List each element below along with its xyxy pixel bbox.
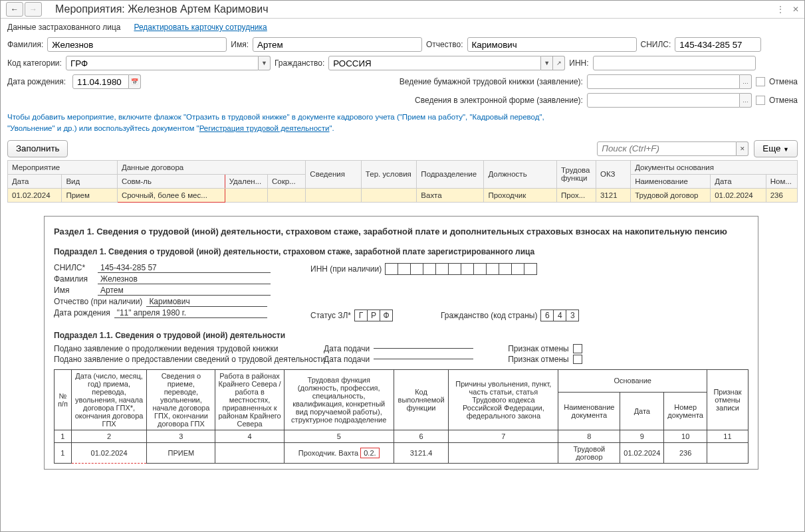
pfh-c11: Признак отмены записи [707, 369, 748, 430]
forward-button[interactable]: → [25, 2, 42, 17]
open-icon[interactable]: ↗ [553, 56, 565, 70]
col-okz: ОКЗ [596, 160, 630, 188]
patronymic-label: Отчество: [426, 40, 463, 49]
col-info: Сведения [306, 160, 362, 188]
pfr-func: Проходчик. Вахта 0.2. [284, 442, 394, 463]
pf-dob-label: Дата рождения [54, 308, 110, 317]
pf-paper-stmt: Подано заявление о продолжении ведения т… [54, 344, 320, 353]
pf-snils-value: 145-434-285 57 [98, 263, 271, 273]
pf-cancel2-label: Признак отмены [508, 355, 568, 364]
pf-dob-value: "11" апреля 1980 г. [114, 308, 267, 318]
back-button[interactable]: ← [6, 2, 23, 17]
pf-cancel1-box [573, 344, 582, 353]
ellipsis-icon[interactable]: … [740, 93, 752, 108]
pf-sub1: Подраздел 1. Сведения о трудовой (иной) … [54, 247, 748, 256]
col-short: Сокр... [267, 174, 305, 188]
col-docname: Наименование [631, 174, 711, 188]
category-label: Код категории: [7, 58, 62, 68]
col-docdate: Дата [711, 174, 766, 188]
cell-docname[interactable]: Трудовой договор [631, 188, 711, 202]
inn-input[interactable] [593, 56, 756, 70]
cell-combine[interactable]: Срочный, более 6 мес... [117, 188, 225, 202]
cell-info[interactable] [306, 188, 362, 202]
pfr-reason [449, 442, 558, 463]
lastname-label: Фамилия: [7, 40, 43, 49]
lastname-input[interactable] [47, 37, 227, 52]
paper-input[interactable] [587, 74, 740, 89]
pf-elec-stmt: Подано заявление о предоставлении сведен… [54, 355, 320, 364]
inn-label: ИНН: [569, 58, 588, 68]
cell-laborfn[interactable]: Прох... [557, 188, 596, 202]
register-activity-link[interactable]: Регистрация трудовой деятельности [199, 124, 330, 132]
pf-snils-label: СНИЛС* [54, 263, 94, 272]
citizenship-label: Гражданство: [275, 58, 324, 68]
pfh-c8: Наименование документа [558, 393, 620, 430]
chevron-down-icon[interactable]: ▼ [259, 56, 271, 70]
col-type: Вид [62, 174, 118, 188]
firstname-input[interactable] [253, 37, 422, 52]
citizenship-select[interactable] [328, 56, 541, 70]
cell-docdate[interactable]: 01.02.2024 [711, 188, 766, 202]
section-header: Данные застрахованного лица [7, 23, 120, 32]
pf-citizenship-label: Гражданство (код страны) [441, 311, 537, 320]
cell-dept[interactable]: Вахта [417, 188, 484, 202]
dob-input[interactable] [72, 74, 129, 89]
pfh-c7: Причины увольнения, пункт, часть статьи,… [449, 369, 558, 430]
cell-date[interactable]: 01.02.2024 [8, 188, 62, 202]
pfh-c4: Работа в районах Крайнего Севера / работ… [215, 369, 284, 430]
category-select[interactable] [66, 56, 259, 70]
paper-cancel-label: Отмена [769, 77, 798, 86]
pf-lastname-label: Фамилия [54, 274, 94, 284]
pfr-code: 3121.4 [394, 442, 449, 463]
cell-ter[interactable] [361, 188, 417, 202]
pfr-docdate: 01.02.2024 [620, 442, 664, 463]
pf-title: Раздел 1. Сведения о трудовой (иной) дея… [54, 226, 748, 238]
paper-cancel-checkbox[interactable] [756, 77, 765, 86]
pfh-c5: Трудовая функция (должность, профессия, … [284, 369, 394, 430]
electronic-cancel-checkbox[interactable] [756, 96, 765, 105]
pfr-docnum: 236 [664, 442, 707, 463]
dob-label: Дата рождения: [7, 77, 68, 86]
cell-position[interactable]: Проходчик [484, 188, 557, 202]
pf-filed2-label: Дата подачи [324, 355, 370, 364]
cell-docnum[interactable]: 236 [766, 188, 797, 202]
pf-filed2-value [374, 359, 473, 359]
pfr-action: ПРИЕМ [147, 442, 215, 463]
close-icon[interactable]: ✕ [792, 5, 799, 14]
pf-cancel2-box [573, 355, 582, 364]
electronic-cancel-label: Отмена [769, 96, 798, 105]
firstname-label: Имя: [231, 40, 249, 49]
grid-row[interactable]: 01.02.2024 Прием Срочный, более 6 мес...… [8, 188, 798, 202]
cell-short[interactable] [267, 188, 305, 202]
events-grid[interactable]: Мероприятие Данные договора Сведения Тер… [7, 160, 798, 203]
chevron-down-icon[interactable]: ▼ [541, 56, 553, 70]
snils-input[interactable] [675, 37, 761, 52]
col-event: Мероприятие [8, 160, 118, 174]
search-input[interactable] [597, 141, 737, 156]
col-date: Дата [8, 174, 62, 188]
paper-label: Ведение бумажной трудовой книжки (заявле… [400, 77, 583, 86]
electronic-input[interactable] [587, 93, 740, 108]
hint-text: Чтобы добавить мероприятие, включите фла… [7, 112, 798, 135]
pf-filed1-value [374, 348, 473, 349]
edit-employee-link[interactable]: Редактировать карточку сотрудника [134, 23, 267, 32]
menu-icon[interactable]: ⋮ [776, 5, 784, 14]
clear-search-icon[interactable]: ✕ [737, 141, 748, 156]
more-button[interactable]: Еще ▼ [754, 140, 798, 157]
ellipsis-icon[interactable]: … [740, 74, 752, 89]
calendar-icon[interactable]: 📅 [129, 74, 141, 89]
pf-inn-label: ИНН (при наличии) [310, 264, 382, 274]
col-combine: Совм-ль [117, 174, 225, 188]
cell-type[interactable]: Прием [62, 188, 118, 202]
pfh-c6: Код выполняемой функции [394, 369, 449, 430]
fill-button[interactable]: Заполнить [7, 140, 68, 157]
pf-table: № п/п Дата (число, месяц, год) приема, п… [54, 369, 748, 464]
pf-inn-boxes [386, 263, 537, 275]
pf-firstname-value: Артем [98, 286, 271, 296]
patronymic-input[interactable] [467, 37, 637, 52]
cell-okz[interactable]: 3121 [596, 188, 630, 202]
col-laborfn: Трудова функци [557, 160, 596, 188]
col-docs: Документы основания [631, 160, 798, 174]
cell-remote[interactable] [225, 188, 267, 202]
pf-cancel1-label: Признак отмены [508, 344, 568, 353]
